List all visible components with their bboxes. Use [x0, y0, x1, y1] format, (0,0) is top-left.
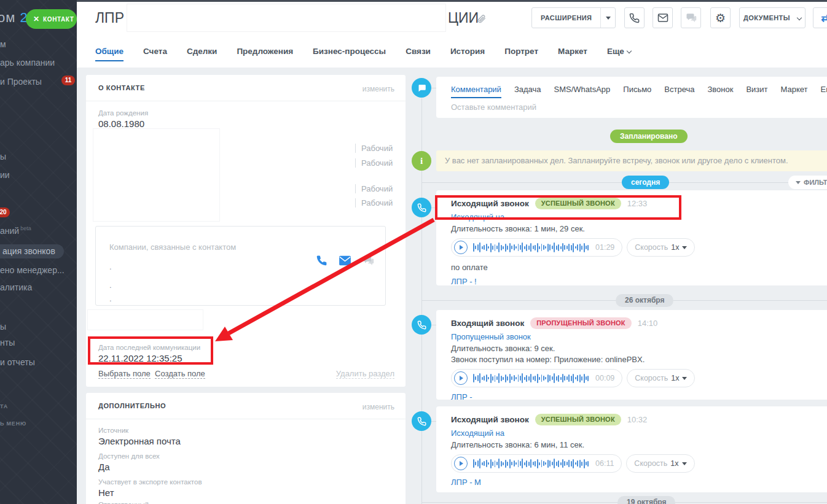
sidebar-item-mail[interactable]: ТА [0, 403, 8, 409]
sidebar-item-calls-active[interactable]: ация звонков [0, 244, 64, 258]
tab-more[interactable]: Еще [607, 47, 631, 56]
contact-link[interactable]: ЛПР - М [451, 478, 481, 487]
available-for-all-value[interactable]: Да [98, 462, 160, 472]
feed-tab-comment[interactable]: Комментарий [451, 85, 501, 94]
edit-link[interactable]: изменить [363, 403, 394, 411]
phone-type-label[interactable]: Рабочий [355, 158, 393, 168]
feed-tab-sms-whatsapp[interactable]: SMS/WhatsApp [554, 85, 611, 94]
settings-button[interactable]: ⚙ [710, 7, 731, 28]
call-note: по оплате [451, 263, 817, 272]
feed-tab-call[interactable]: Звонок [707, 85, 733, 94]
contact-link[interactable]: ЛПР - [451, 392, 472, 401]
call-status-badge: УСПЕШНЫЙ ЗВОНОК [535, 414, 621, 425]
close-icon[interactable]: ✕ [33, 15, 39, 23]
envelope-icon [657, 12, 668, 23]
contact-entity-button[interactable]: ✕ КОНТАКТ [26, 9, 77, 29]
call-destination: Звонок поступил на номер: Приложение: on… [451, 355, 817, 364]
play-button[interactable] [454, 457, 468, 470]
contact-link[interactable]: ЛПР - ! [451, 277, 477, 286]
last-communication-label: Дата последней коммуникации [98, 344, 200, 351]
filter-button[interactable]: ФИЛЬТР [788, 176, 827, 189]
page-title-suffix: ЦИИ [448, 10, 479, 26]
additional-card-header: ДОПОЛНИТЕЛЬНО изменить [86, 393, 406, 419]
birth-date-value[interactable]: 08.08.1980 [98, 118, 148, 129]
sidebar-item-calendar[interactable]: арь компании [0, 58, 55, 68]
tab-general[interactable]: Общие [95, 47, 123, 56]
feed-tab-more[interactable]: Еще [821, 85, 827, 94]
call-direction-link[interactable]: Пропущенный звонок [451, 332, 531, 341]
phone-type-label[interactable]: Рабочий [355, 184, 393, 193]
feed-tab-market[interactable]: Маркет [781, 85, 808, 94]
additional-card: ДОПОЛНИТЕЛЬНО изменить Источник Электрон… [86, 393, 406, 504]
documents-button[interactable]: ДОКУМЕНТЫ [739, 7, 805, 28]
extensions-button[interactable]: РАСШИРЕНИЯ [531, 7, 616, 28]
email-button[interactable] [653, 7, 673, 28]
phone-type-label[interactable]: Рабочий [355, 198, 393, 207]
chat-button[interactable] [681, 7, 701, 28]
companies-placeholder: Компании, связанные с контактом [109, 242, 236, 252]
record-duration: 06:11 [595, 459, 614, 468]
sidebar-item-beta[interactable]: анийbeta [0, 225, 31, 236]
call-direction-link[interactable]: Исходящий на [451, 212, 504, 222]
envelope-icon[interactable] [339, 255, 351, 266]
tab-market[interactable]: Маркет [558, 47, 587, 56]
sidebar-item-projects[interactable]: и Проекты [0, 77, 42, 87]
tab-links[interactable]: Связи [406, 47, 431, 56]
sidebar-count-badge: 20 [0, 207, 10, 217]
call-time: 14:10 [638, 319, 658, 328]
tab-history[interactable]: История [450, 47, 485, 56]
sidebar-item-analytics[interactable]: алитика [0, 282, 32, 292]
call-button[interactable] [624, 7, 645, 28]
phone-type-label[interactable]: Рабочий [355, 144, 393, 153]
feed-tab-meeting[interactable]: Встреча [664, 85, 694, 94]
sidebar-item-1[interactable]: м [0, 39, 6, 49]
last-communication-value[interactable]: 22.11.2022 12:35:25 [98, 353, 200, 363]
sidebar-item-manager[interactable]: ено менеджер... [0, 265, 65, 275]
edit-link[interactable]: изменить [363, 85, 394, 93]
audio-player: 01:29 [451, 238, 622, 257]
linked-companies-box[interactable]: Компании, связанные с контактом . . . [95, 226, 386, 306]
delete-section-link[interactable]: Удалить раздел [336, 369, 394, 379]
export-value[interactable]: Нет [98, 487, 202, 498]
sidebar-item-reports[interactable]: и отчеты [0, 357, 35, 367]
call-waveform[interactable] [473, 458, 590, 469]
select-field-link[interactable]: Выбрать поле [98, 369, 151, 379]
feed-tab-letter[interactable]: Письмо [623, 85, 651, 94]
playback-speed-control[interactable]: Скорость1x [627, 369, 695, 387]
play-button[interactable] [454, 371, 468, 385]
field-redaction-block [88, 310, 203, 330]
chat-bubbles-icon [686, 12, 697, 23]
sidebar-item-clients[interactable]: нты [0, 338, 15, 347]
call-direction-link[interactable]: Исходящий на [451, 428, 504, 438]
sidebar-item-10[interactable]: ы [0, 322, 6, 331]
tab-deals[interactable]: Сделки [187, 47, 217, 56]
comment-input[interactable]: Оставьте комментарий [451, 103, 536, 112]
play-button[interactable] [454, 241, 468, 254]
extensions-dropdown-caret[interactable] [601, 17, 615, 20]
company-row: . [109, 294, 112, 303]
tab-portrait[interactable]: Портрет [504, 47, 538, 56]
feed-tab-task[interactable]: Задача [514, 85, 541, 94]
playback-speed-control[interactable]: Скорость1x [626, 454, 694, 473]
sidebar-item-menu-settings[interactable]: Ь МЕНЮ [0, 421, 26, 427]
source-value[interactable]: Электронная почта [98, 436, 181, 446]
create-field-link[interactable]: Создать поле [155, 369, 205, 379]
phone-icon[interactable] [316, 255, 327, 266]
feed-tab-visit[interactable]: Визит [746, 85, 767, 94]
sidebar-item-5[interactable]: ии [0, 170, 10, 180]
call-status-badge: ПРОПУЩЕННЫЙ ЗВОНОК [530, 317, 632, 329]
call-duration: Длительность звонка: 6 мин, 11 сек. [451, 440, 817, 449]
sidebar-item-4[interactable]: ы [0, 152, 6, 161]
chat-bubbles-icon[interactable] [363, 255, 374, 266]
sync-button-partial[interactable]: ⇄ [813, 7, 827, 28]
app-logo[interactable]: ом 2 [0, 10, 28, 26]
call-waveform[interactable] [473, 373, 590, 384]
tab-business-processes[interactable]: Бизнес-процессы [313, 47, 386, 56]
call-waveform[interactable] [473, 242, 590, 253]
record-duration: 01:29 [595, 243, 614, 252]
tab-invoices[interactable]: Счета [143, 47, 167, 56]
paperclip-icon[interactable] [477, 14, 486, 26]
tab-offers[interactable]: Предложения [237, 47, 293, 56]
playback-speed-control[interactable]: Скорость1x [627, 238, 695, 257]
today-badge[interactable]: сегодня [622, 176, 669, 189]
